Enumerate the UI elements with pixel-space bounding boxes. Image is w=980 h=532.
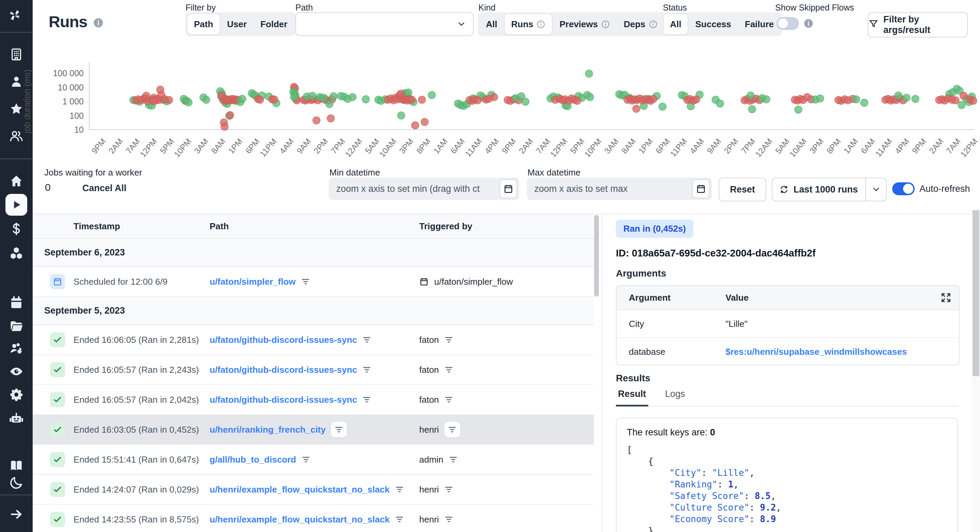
segment-option-previews[interactable]: Previews <box>553 14 617 34</box>
triggered-by-cell: faton <box>419 385 453 414</box>
expand-icon[interactable] <box>940 292 952 304</box>
arg-value-link[interactable]: $res:u/henri/supabase_windmillshowcases <box>725 338 907 365</box>
run-point <box>362 95 369 103</box>
filter-icon[interactable] <box>301 277 310 286</box>
run-point <box>165 96 173 104</box>
sidebar-item-home[interactable] <box>0 172 33 191</box>
run-path-link[interactable]: u/henri/ranking_french_city <box>210 424 326 435</box>
tab-logs[interactable]: Logs <box>663 389 687 406</box>
segment-option-user[interactable]: User <box>221 14 253 34</box>
filter-icon[interactable] <box>444 515 453 524</box>
segment-option-failure[interactable]: Failure <box>738 14 780 34</box>
segment-label: All <box>486 19 497 30</box>
run-path-link[interactable]: u/henri/example_flow_quickstart_no_slack <box>210 484 390 495</box>
run-path-link[interactable]: u/faton/github-discord-issues-sync <box>210 335 357 345</box>
filter-icon[interactable] <box>363 335 371 344</box>
run-row[interactable]: Ended 16:05:57 (Ran in 2,243s)u/faton/gi… <box>33 355 594 385</box>
sidebar-item-moon[interactable] <box>0 473 33 492</box>
info-icon[interactable] <box>649 20 658 29</box>
segment-option-success[interactable]: Success <box>689 14 738 34</box>
sidebar-item-eye[interactable] <box>0 362 33 381</box>
x-tick-label: 4AM <box>278 137 295 156</box>
run-path-link[interactable]: u/faton/github-discord-issues-sync <box>210 365 357 375</box>
sidebar-item-book[interactable] <box>0 456 33 475</box>
filter-icon[interactable] <box>395 485 404 494</box>
filter-icon[interactable] <box>395 515 404 524</box>
sidebar-item-robot[interactable] <box>0 409 33 428</box>
filter-icon[interactable] <box>444 335 453 344</box>
sidebar-item-windmill-logo <box>0 7 33 26</box>
info-icon[interactable] <box>601 20 610 29</box>
run-path-link[interactable]: u/faton/simpler_flow <box>210 276 296 287</box>
segment-option-folder[interactable]: Folder <box>254 14 294 34</box>
segment-option-deps[interactable]: Deps <box>617 14 664 34</box>
sidebar-item-arrow-right[interactable] <box>0 505 33 524</box>
auto-refresh-toggle[interactable] <box>892 182 915 195</box>
path-select[interactable] <box>295 12 474 36</box>
chevron-down-icon[interactable] <box>866 185 886 194</box>
filter-icon[interactable] <box>363 365 371 374</box>
result-card: The result keys are: 0 [ { "City": "Lill… <box>616 418 958 532</box>
sidebar-item-users-gear[interactable] <box>0 339 33 358</box>
segment-option-all[interactable]: All <box>663 14 688 35</box>
json-line: "Ranking": 1, <box>627 479 947 490</box>
run-point <box>411 122 419 129</box>
run-row[interactable]: Ended 16:05:57 (Ran in 2,042s)u/faton/gi… <box>33 385 594 415</box>
run-row[interactable]: Ended 16:06:05 (Ran in 2,281s)u/faton/gi… <box>33 325 594 355</box>
info-icon[interactable] <box>536 20 546 29</box>
run-row[interactable]: Ended 15:51:41 (Ran in 0,647s)g/all/hub_… <box>33 445 594 475</box>
filter-icon[interactable] <box>444 422 460 437</box>
x-tick-label: 11PM <box>258 137 278 159</box>
job-duration-chart[interactable]: job duration (ms)100 00010 0001 00010010… <box>0 51 980 165</box>
run-row[interactable]: Ended 16:03:05 (Ran in 0,452s)u/henri/ra… <box>33 415 594 445</box>
segment-option-runs[interactable]: Runs <box>504 14 552 35</box>
filter-icon[interactable] <box>444 395 453 404</box>
triggered-by-user: faton <box>419 365 439 375</box>
max-datetime-calendar-icon[interactable] <box>692 179 710 198</box>
x-tick-label: 11AM <box>463 137 484 159</box>
run-path-link[interactable]: u/faton/github-discord-issues-sync <box>210 395 357 405</box>
sidebar-item-play[interactable] <box>0 195 33 214</box>
run-row[interactable]: Ended 14:23:55 (Ran in 8,575s)u/henri/ex… <box>33 505 594 532</box>
runs-info-icon[interactable] <box>92 17 104 30</box>
json-token: { <box>627 456 653 466</box>
sidebar-item-gear[interactable] <box>0 385 33 404</box>
last-runs-button[interactable]: Last 1000 runs <box>772 178 887 202</box>
filter-icon[interactable] <box>444 365 453 374</box>
sidebar-item-dollar[interactable] <box>0 219 33 238</box>
run-timestamp: Ended 16:05:57 (Ran in 2,042s) <box>73 385 199 414</box>
min-datetime-input[interactable]: zoom x axis to set min (drag with ct <box>329 178 519 200</box>
x-tick-label: 3PM <box>398 137 415 156</box>
json-line: "City": "Lille", <box>627 467 947 479</box>
sidebar-item-cubes[interactable] <box>0 243 33 263</box>
scheduled-run-row[interactable]: Scheduled for 12:00 6/9u/faton/simpler_f… <box>33 267 594 297</box>
x-tick-label: 1PM <box>226 137 244 156</box>
table-scrollbar[interactable] <box>594 215 599 530</box>
run-row[interactable]: Ended 14:24:07 (Ran in 0,029s)u/henri/ex… <box>33 475 594 505</box>
filter-icon[interactable] <box>363 395 371 404</box>
segment-option-path[interactable]: Path <box>187 14 220 35</box>
max-datetime-input[interactable]: zoom x axis to set max <box>527 178 712 200</box>
cancel-all-button[interactable]: Cancel All <box>82 183 127 194</box>
filter-icon[interactable] <box>301 455 310 464</box>
min-datetime-calendar-icon[interactable] <box>500 179 517 198</box>
run-path-link[interactable]: g/all/hub_to_discord <box>210 454 296 465</box>
run-path-link[interactable]: u/henri/example_flow_quickstart_no_slack <box>210 514 390 525</box>
filter-icon[interactable] <box>331 422 347 437</box>
path-cell: u/faton/github-discord-issues-sync <box>210 325 371 354</box>
filter-icon[interactable] <box>444 485 453 494</box>
filter-icon[interactable] <box>449 455 458 464</box>
tab-result[interactable]: Result <box>616 389 648 407</box>
reset-button[interactable]: Reset <box>719 178 766 202</box>
show-skipped-toggle[interactable] <box>776 17 799 30</box>
success-check-icon <box>50 482 65 497</box>
page-scrollbar[interactable] <box>972 210 980 532</box>
sidebar-item-calendar[interactable] <box>0 293 33 312</box>
sidebar-item-folder[interactable] <box>0 316 33 335</box>
show-skipped-info-icon[interactable] <box>803 18 814 30</box>
y-tick-label: 10 <box>74 125 84 134</box>
filter-args-button[interactable]: Filter by args/result <box>868 12 968 37</box>
segment-option-all[interactable]: All <box>479 14 504 34</box>
last-runs-label: Last 1000 runs <box>794 184 858 195</box>
x-tick-label: 4PM <box>483 137 501 156</box>
